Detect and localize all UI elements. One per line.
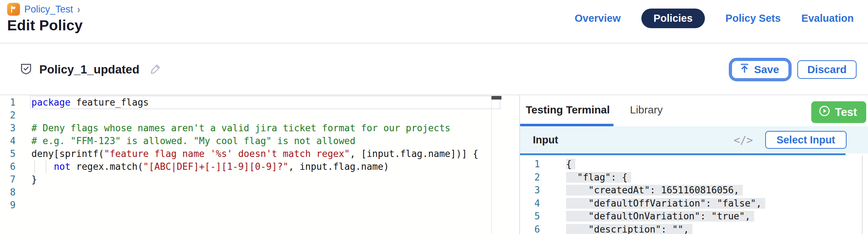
code-line-2: 2 bbox=[0, 109, 491, 122]
json-text: "description": "", bbox=[566, 223, 692, 234]
test-button-label: Test bbox=[835, 106, 857, 119]
input-json-editor[interactable]: 1{2 "flag": {3 "createdAt": 165116081605… bbox=[520, 153, 868, 234]
code-line-1: 1package feature_flags bbox=[0, 96, 491, 109]
feature-flags-logo-icon bbox=[7, 3, 20, 16]
select-input-button[interactable]: Select Input bbox=[765, 131, 847, 149]
code-line-9: 9 bbox=[0, 199, 491, 212]
line-number: 1 bbox=[0, 96, 31, 109]
tab-library[interactable]: Library bbox=[630, 104, 663, 116]
line-number: 5 bbox=[520, 210, 553, 223]
code-line-6: 6 not regex.match("[ABC|DEF]+[-][1-9][0-… bbox=[0, 160, 491, 173]
save-button[interactable]: Save bbox=[732, 61, 788, 78]
breadcrumb-project-link[interactable]: Policy_Test bbox=[24, 4, 73, 15]
upload-arrow-icon bbox=[739, 63, 750, 76]
breadcrumb: Policy_Test › bbox=[7, 3, 80, 16]
testing-panel: Testing Terminal Library Test Input </> … bbox=[519, 95, 868, 234]
line-number: 9 bbox=[0, 199, 31, 212]
json-text: "defaultOnVariation": "true", bbox=[566, 210, 754, 223]
line-number: 7 bbox=[0, 173, 31, 186]
page-header: Policy_Test › Edit Policy OverviewPolici… bbox=[0, 0, 868, 44]
input-header-bar: Input </> Select Input bbox=[520, 126, 868, 153]
code-text: deny[sprintf("feature flag name '%s' doe… bbox=[31, 147, 478, 160]
module-nav: OverviewPoliciesPolicy SetsEvaluation bbox=[575, 8, 854, 29]
policy-toolbar: Policy_1_updated Save Discard bbox=[0, 44, 868, 95]
overview-ruler-cursor-marker bbox=[491, 96, 501, 100]
nav-item-policies[interactable]: Policies bbox=[641, 9, 705, 28]
save-button-focus-ring: Save bbox=[729, 58, 792, 81]
line-number: 4 bbox=[0, 134, 31, 147]
code-text: not regex.match("[ABC|DEF]+[-][1-9][0-9]… bbox=[31, 160, 389, 173]
code-view-toggle-icon[interactable]: </> bbox=[733, 134, 753, 146]
code-text: package feature_flags bbox=[31, 96, 149, 109]
code-line-4: 4# e.g. "FFM-123" is allowed. "My cool f… bbox=[0, 134, 491, 147]
code-lines: 1package feature_flags23# Deny flags who… bbox=[0, 96, 491, 212]
json-text: "flag": { bbox=[566, 171, 631, 184]
active-tab-underline bbox=[520, 124, 614, 126]
page-title: Edit Policy bbox=[7, 17, 83, 34]
line-number: 5 bbox=[0, 147, 31, 160]
policy-name: Policy_1_updated bbox=[39, 63, 140, 76]
policy-shield-icon bbox=[19, 62, 33, 77]
save-button-label: Save bbox=[754, 63, 779, 76]
workspace: 1package feature_flags23# Deny flags who… bbox=[0, 95, 868, 234]
line-number: 8 bbox=[0, 186, 31, 199]
json-editor-top-border bbox=[520, 153, 846, 155]
json-text: "defaultOffVariation": "false", bbox=[566, 197, 765, 210]
line-number: 1 bbox=[520, 158, 553, 171]
toolbar-actions: Save Discard bbox=[729, 58, 857, 81]
test-button[interactable]: Test bbox=[811, 101, 866, 123]
line-number: 2 bbox=[0, 109, 31, 122]
line-number: 4 bbox=[520, 197, 553, 210]
code-line-8: 8 bbox=[0, 186, 491, 199]
line-number: 6 bbox=[0, 160, 31, 173]
discard-button-label: Discard bbox=[807, 63, 847, 76]
json-line-2: 2 "flag": { bbox=[520, 171, 861, 184]
policy-identity: Policy_1_updated bbox=[19, 62, 162, 77]
json-line-1: 1{ bbox=[520, 158, 861, 171]
code-line-5: 5deny[sprintf("feature flag name '%s' do… bbox=[0, 147, 491, 160]
edit-policy-page: Policy_Test › Edit Policy OverviewPolici… bbox=[0, 0, 868, 234]
input-section-label: Input bbox=[533, 134, 558, 146]
line-number: 3 bbox=[0, 122, 31, 134]
json-line-5: 5 "defaultOnVariation": "true", bbox=[520, 210, 861, 223]
line-number: 3 bbox=[520, 184, 553, 197]
edit-name-pencil-icon[interactable] bbox=[150, 63, 162, 76]
json-line-6: 6 "description": "", bbox=[520, 223, 861, 234]
code-line-3: 3# Deny flags whose names aren't a valid… bbox=[0, 122, 491, 134]
nav-item-overview[interactable]: Overview bbox=[575, 12, 621, 24]
code-line-7: 7} bbox=[0, 173, 491, 186]
line-number: 6 bbox=[520, 223, 553, 234]
terminal-tabs: Testing Terminal Library Test bbox=[520, 95, 868, 126]
editor-overview-ruler bbox=[491, 95, 492, 234]
json-scrollbar-track[interactable] bbox=[862, 155, 863, 234]
json-line-4: 4 "defaultOffVariation": "false", bbox=[520, 197, 861, 210]
line-number: 2 bbox=[520, 171, 553, 184]
json-line-3: 3 "createdAt": 1651160816056, bbox=[520, 184, 861, 197]
breadcrumb-chevron-icon: › bbox=[77, 3, 80, 16]
code-text: } bbox=[31, 173, 37, 186]
code-text: # e.g. "FFM-123" is allowed. "My cool fl… bbox=[31, 134, 355, 147]
code-text: # Deny flags whose names aren't a valid … bbox=[31, 122, 450, 134]
json-text: "createdAt": 1651160816056, bbox=[566, 184, 743, 197]
discard-button[interactable]: Discard bbox=[797, 60, 857, 79]
json-lines: 1{2 "flag": {3 "createdAt": 165116081605… bbox=[520, 158, 861, 234]
nav-item-evaluation[interactable]: Evaluation bbox=[801, 12, 854, 24]
nav-item-policy-sets[interactable]: Policy Sets bbox=[726, 12, 781, 24]
json-text: { bbox=[566, 158, 575, 171]
policy-code-editor[interactable]: 1package feature_flags23# Deny flags who… bbox=[0, 95, 519, 234]
play-circle-icon bbox=[818, 105, 831, 120]
tab-testing-terminal[interactable]: Testing Terminal bbox=[526, 104, 610, 116]
